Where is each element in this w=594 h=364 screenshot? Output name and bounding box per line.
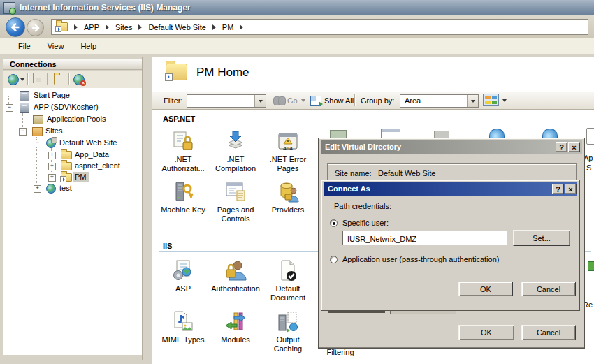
go-dropdown-icon[interactable] <box>301 99 305 102</box>
view-selector-icon[interactable] <box>483 94 499 106</box>
forward-button[interactable] <box>27 19 44 36</box>
application-user-radio[interactable] <box>330 256 338 263</box>
partial-feature-label-filtering[interactable]: Filtering <box>314 348 367 357</box>
title-bar[interactable]: Internet Information Services (IIS) Mana… <box>0 0 594 15</box>
create-connection-icon[interactable] <box>8 74 19 85</box>
partial-feature-icon <box>381 129 400 138</box>
feature-net-error-pages[interactable]: 404 .NET Error Pages <box>261 130 314 173</box>
output-caching-icon <box>276 310 300 334</box>
application-user-label[interactable]: Application user (pass-through authentic… <box>342 255 499 263</box>
cancel-button[interactable]: Cancel <box>521 325 576 340</box>
connections-panel-header: Connections <box>3 59 143 70</box>
breadcrumb-item-sites[interactable]: Sites <box>115 23 132 31</box>
tree-expander-icon[interactable]: − <box>19 128 27 136</box>
menu-file[interactable]: File <box>11 40 41 52</box>
web-site-globe-icon <box>46 138 56 148</box>
tree-expander-icon[interactable]: − <box>6 104 13 112</box>
close-button[interactable]: × <box>565 184 577 194</box>
feature-net-compilation[interactable]: .NET Compilation <box>209 130 262 173</box>
up-level-folder-icon[interactable] <box>54 75 55 85</box>
asp-icon <box>171 259 195 283</box>
username-input[interactable] <box>346 233 502 245</box>
folder-icon <box>61 151 72 159</box>
show-all-button[interactable]: Show All <box>324 96 354 105</box>
shortcut-overlay-icon <box>165 73 173 81</box>
back-button[interactable] <box>6 17 25 37</box>
partial-globe-icon <box>542 129 558 138</box>
menu-bar: File View Help <box>0 38 594 54</box>
feature-label: .NET Compilation <box>209 155 262 173</box>
virtual-directory-folder-icon <box>61 173 72 182</box>
breadcrumb-item-default-web-site[interactable]: Default Web Site <box>148 23 205 31</box>
group-rule <box>159 124 591 124</box>
tree-label: aspnet_client <box>73 161 122 170</box>
authentication-icon <box>224 259 247 283</box>
breadcrumb-separator-icon <box>74 24 78 30</box>
breadcrumb-separator-icon <box>106 24 109 30</box>
dialog-title: Edit Virtual Directory <box>325 143 401 151</box>
group-by-combobox[interactable]: Area <box>400 94 479 108</box>
close-button[interactable]: × <box>568 142 580 152</box>
specific-user-radio[interactable] <box>330 219 338 227</box>
dialog-title-bar[interactable]: Connect As <box>324 182 577 196</box>
delete-connection-icon[interactable]: × <box>73 74 85 85</box>
page-title: PM Home <box>196 66 249 80</box>
group-by-dropdown-icon[interactable] <box>467 95 478 107</box>
tree-label: Start Page <box>31 90 72 100</box>
filter-combobox[interactable] <box>187 94 266 108</box>
filter-input[interactable] <box>189 96 256 107</box>
username-textbox[interactable] <box>342 231 507 245</box>
connection-dropdown-icon[interactable] <box>20 78 24 81</box>
feature-authentication[interactable]: Authentication <box>209 259 262 293</box>
partial-label: Ap <box>584 154 593 162</box>
back-arrow-icon <box>9 21 22 34</box>
ok-button[interactable]: OK <box>458 282 513 296</box>
tree-expander-icon[interactable]: + <box>34 185 41 193</box>
feature-mime-types[interactable]: MIME Types <box>157 310 210 344</box>
tree-expander-icon[interactable]: + <box>48 163 56 170</box>
tree-expander-icon[interactable]: + <box>48 152 56 159</box>
net-authorization-icon <box>171 130 195 154</box>
ok-button[interactable]: OK <box>458 325 514 340</box>
shortcut-overlay-icon <box>60 176 66 182</box>
view-dropdown-icon[interactable] <box>502 99 507 102</box>
feature-net-authorization[interactable]: .NET Authorizati... <box>157 130 210 173</box>
menu-help[interactable]: Help <box>73 40 106 52</box>
feature-machine-key[interactable]: Machine Key <box>157 180 210 214</box>
net-error-pages-icon: 404 <box>276 130 300 154</box>
tree-expander-icon[interactable]: − <box>34 140 41 147</box>
feature-label: .NET Authorizati... <box>157 155 210 173</box>
folder-icon <box>61 162 72 170</box>
tree-expander-icon[interactable]: + <box>48 174 56 182</box>
app-icon <box>3 2 15 14</box>
feature-pages-and-controls[interactable]: Pages and Controls <box>209 180 262 224</box>
feature-modules[interactable]: Modules <box>209 310 262 344</box>
server-icon <box>20 103 29 113</box>
cancel-button[interactable]: Cancel <box>521 282 576 296</box>
go-binoculars-icon[interactable] <box>273 96 284 105</box>
sites-icon <box>32 127 43 136</box>
feature-output-caching[interactable]: Output Caching <box>261 310 314 354</box>
help-button[interactable]: ? <box>556 142 567 152</box>
feature-default-document[interactable]: Default Document <box>261 259 314 303</box>
feature-label: Authentication <box>209 284 262 293</box>
specific-user-label[interactable]: Specific user: <box>342 219 389 227</box>
feature-providers[interactable]: Providers <box>261 180 314 214</box>
help-button[interactable]: ? <box>552 184 564 194</box>
breadcrumb-item-pm[interactable]: PM <box>222 23 234 31</box>
filter-dropdown-icon[interactable] <box>254 95 266 107</box>
filter-label: Filter: <box>164 96 183 105</box>
go-button[interactable]: Go <box>287 96 298 105</box>
tree-label: Sites <box>43 126 64 136</box>
feature-asp[interactable]: ASP <box>157 259 210 293</box>
breadcrumb-item-app[interactable]: APP <box>84 23 99 31</box>
breadcrumb-folder-icon <box>56 22 68 31</box>
save-connections-icon[interactable] <box>33 73 34 83</box>
menu-view[interactable]: View <box>41 40 74 52</box>
show-all-icon[interactable] <box>310 96 321 106</box>
dialog-title-bar[interactable]: Edit Virtual Directory <box>321 140 582 154</box>
pm-home-folder-icon <box>166 64 187 80</box>
error-404-badge: 404 <box>276 145 300 152</box>
group-header-aspnet: ASP.NET <box>163 115 195 123</box>
set-button[interactable]: Set... <box>513 230 570 246</box>
